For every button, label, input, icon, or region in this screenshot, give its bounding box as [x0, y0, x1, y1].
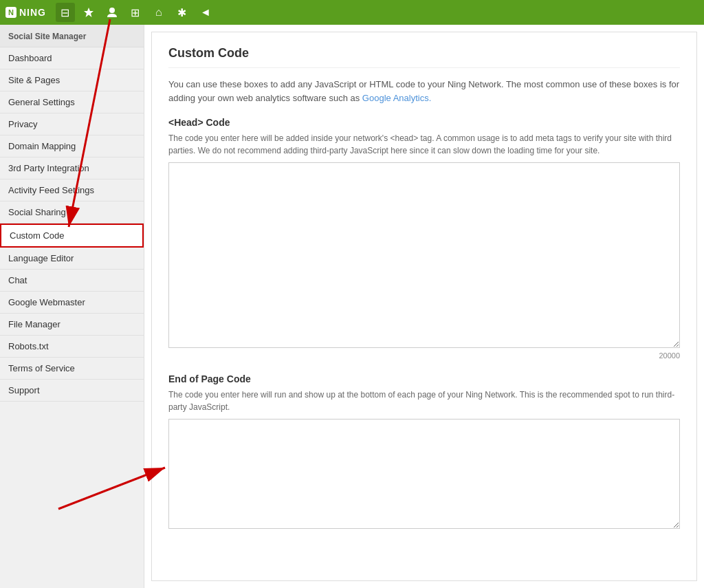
sidebar-item-3rd-party[interactable]: 3rd Party Integration	[0, 157, 144, 179]
sidebar-item-language-editor[interactable]: Language Editor	[0, 248, 144, 270]
svg-point-0	[109, 8, 115, 13]
sidebar-item-custom-code[interactable]: Custom Code	[0, 224, 144, 248]
members-nav-icon[interactable]	[102, 3, 122, 22]
head-code-charcount: 20000	[168, 351, 680, 360]
end-code-textarea[interactable]	[168, 419, 680, 529]
intro-text: You can use these boxes to add any JavaS…	[168, 78, 680, 105]
sidebar-item-google-webmaster[interactable]: Google Webmaster	[0, 292, 144, 314]
end-code-section: End of Page Code The code you enter here…	[168, 373, 680, 531]
end-code-desc: The code you enter here will run and sho…	[168, 389, 680, 413]
head-code-title: <Head> Code	[168, 117, 680, 128]
sidebar-item-support[interactable]: Support	[0, 380, 144, 402]
page-title: Custom Code	[168, 46, 680, 68]
sidebar-item-robots[interactable]: Robots.txt	[0, 336, 144, 358]
sidebar-item-terms[interactable]: Terms of Service	[0, 358, 144, 380]
ning-logo-text: NING	[19, 7, 46, 18]
analytics-link[interactable]: Google Analytics.	[362, 93, 431, 103]
sidebar-title: Social Site Manager	[0, 25, 144, 47]
main-layout: Social Site Manager Dashboard Site & Pag…	[0, 25, 704, 588]
head-code-textarea[interactable]	[168, 162, 680, 348]
sidebar-item-activity-feed[interactable]: Activity Feed Settings	[0, 179, 144, 202]
sidebar-item-general-settings[interactable]: General Settings	[0, 91, 144, 113]
settings-nav-icon[interactable]: ✱	[173, 3, 192, 22]
sidebar-item-site-pages[interactable]: Site & Pages	[0, 69, 144, 91]
content-inner: Custom Code You can use these boxes to a…	[151, 32, 697, 581]
activity-nav-icon[interactable]	[79, 3, 98, 22]
apps-nav-icon[interactable]: ⊞	[126, 3, 145, 22]
back-nav-icon[interactable]: ◄	[196, 3, 215, 22]
home-nav-icon[interactable]: ⌂	[149, 3, 168, 22]
end-code-title: End of Page Code	[168, 373, 680, 384]
sidebar-item-privacy[interactable]: Privacy	[0, 113, 144, 135]
ning-logo[interactable]: N NING	[6, 7, 46, 18]
head-code-desc: The code you enter here will be added in…	[168, 132, 680, 157]
content-area: Custom Code You can use these boxes to a…	[144, 25, 704, 588]
head-code-section: <Head> Code The code you enter here will…	[168, 117, 680, 360]
pages-nav-icon[interactable]: ⊟	[56, 3, 75, 22]
sidebar-item-domain-mapping[interactable]: Domain Mapping	[0, 135, 144, 157]
sidebar-item-social-sharing[interactable]: Social Sharing	[0, 202, 144, 224]
ning-logo-icon: N	[6, 7, 16, 18]
sidebar-item-chat[interactable]: Chat	[0, 270, 144, 292]
topbar: N NING ⊟ ⊞ ⌂ ✱ ◄	[0, 0, 704, 25]
sidebar-item-file-manager[interactable]: File Manager	[0, 314, 144, 336]
sidebar-item-dashboard[interactable]: Dashboard	[0, 47, 144, 69]
sidebar: Social Site Manager Dashboard Site & Pag…	[0, 25, 144, 588]
